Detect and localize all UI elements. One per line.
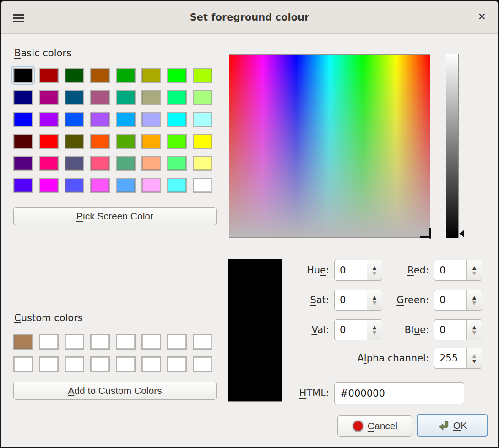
color-swatch[interactable] bbox=[193, 112, 212, 127]
color-swatch[interactable] bbox=[90, 68, 110, 83]
color-swatch[interactable] bbox=[13, 112, 33, 127]
sat-label: Sat: bbox=[257, 290, 329, 311]
color-swatch[interactable] bbox=[39, 68, 59, 83]
color-swatch[interactable] bbox=[141, 90, 161, 105]
color-swatch[interactable] bbox=[116, 134, 136, 149]
color-dialog: Set foreground colour ✕ Basic colors Pic… bbox=[0, 0, 499, 448]
color-swatch[interactable] bbox=[39, 334, 59, 350]
color-swatch[interactable] bbox=[116, 156, 136, 171]
color-swatch[interactable] bbox=[167, 68, 187, 83]
color-swatch[interactable] bbox=[13, 178, 33, 193]
ok-button[interactable]: OK bbox=[417, 414, 488, 437]
color-swatch[interactable] bbox=[90, 178, 110, 193]
red-input[interactable]: 0 bbox=[434, 260, 466, 280]
color-swatch[interactable] bbox=[193, 68, 212, 83]
color-swatch[interactable] bbox=[116, 334, 136, 350]
alpha-spinbox: 255 ▲ ▼ bbox=[434, 348, 482, 369]
color-swatch[interactable] bbox=[13, 334, 33, 350]
cancel-button[interactable]: Cancel bbox=[337, 415, 412, 437]
color-swatch[interactable] bbox=[167, 134, 187, 149]
color-swatch[interactable] bbox=[13, 356, 33, 372]
color-swatch[interactable] bbox=[90, 90, 110, 105]
color-swatch[interactable] bbox=[193, 90, 212, 105]
red-spinbox: 0 ▲ ▼ bbox=[434, 260, 482, 281]
color-swatch[interactable] bbox=[65, 334, 84, 350]
alpha-input[interactable]: 255 bbox=[434, 348, 466, 368]
spin-up-icon[interactable]: ▲ bbox=[472, 295, 476, 300]
color-swatch[interactable] bbox=[13, 134, 33, 149]
color-swatch[interactable] bbox=[39, 134, 59, 149]
color-swatch[interactable] bbox=[65, 134, 84, 149]
color-swatch[interactable] bbox=[13, 68, 33, 83]
color-swatch[interactable] bbox=[116, 90, 136, 105]
add-to-custom-colors-button[interactable]: Add to Custom Colors bbox=[13, 382, 217, 400]
color-swatch[interactable] bbox=[90, 356, 110, 372]
color-swatch[interactable] bbox=[65, 112, 84, 127]
color-swatch[interactable] bbox=[167, 112, 187, 127]
color-swatch[interactable] bbox=[65, 90, 84, 105]
color-swatch[interactable] bbox=[90, 334, 110, 350]
color-swatch[interactable] bbox=[193, 134, 212, 149]
basic-colors-label: Basic colors bbox=[14, 48, 71, 59]
spin-up-icon[interactable]: ▲ bbox=[472, 325, 476, 330]
color-swatch[interactable] bbox=[90, 112, 110, 127]
titlebar: Set foreground colour ✕ bbox=[1, 1, 498, 34]
color-swatch[interactable] bbox=[141, 334, 161, 350]
color-swatch[interactable] bbox=[13, 156, 33, 171]
color-swatch[interactable] bbox=[167, 90, 187, 105]
alpha-label: Alpha channel: bbox=[310, 348, 429, 369]
spin-down-icon[interactable]: ▼ bbox=[472, 300, 476, 306]
close-icon[interactable]: ✕ bbox=[478, 1, 486, 34]
color-swatch[interactable] bbox=[167, 334, 187, 350]
color-swatch[interactable] bbox=[193, 156, 212, 171]
blue-input[interactable]: 0 bbox=[434, 320, 466, 340]
color-swatch[interactable] bbox=[39, 90, 59, 105]
color-swatch[interactable] bbox=[193, 334, 212, 350]
color-swatch[interactable] bbox=[167, 156, 187, 171]
spin-down-icon[interactable]: ▼ bbox=[472, 330, 476, 335]
spin-down-icon[interactable]: ▼ bbox=[472, 271, 476, 276]
color-swatch[interactable] bbox=[141, 178, 161, 193]
value-slider-handle-icon[interactable] bbox=[459, 230, 464, 237]
color-swatch[interactable] bbox=[116, 178, 136, 193]
color-swatch[interactable] bbox=[116, 356, 136, 372]
color-swatch[interactable] bbox=[167, 178, 187, 193]
color-swatch[interactable] bbox=[193, 178, 212, 193]
color-swatch[interactable] bbox=[193, 356, 212, 372]
stop-octagon-icon bbox=[352, 420, 364, 432]
color-swatch[interactable] bbox=[141, 356, 161, 372]
color-swatch[interactable] bbox=[65, 156, 84, 171]
color-swatch[interactable] bbox=[116, 112, 136, 127]
value-slider[interactable] bbox=[446, 54, 459, 238]
color-swatch[interactable] bbox=[167, 356, 187, 372]
html-label: HTML: bbox=[257, 382, 329, 404]
color-swatch[interactable] bbox=[65, 68, 84, 83]
hue-saturation-map[interactable] bbox=[229, 54, 430, 238]
color-swatch[interactable] bbox=[141, 156, 161, 171]
spin-down-icon[interactable]: ▼ bbox=[472, 359, 476, 364]
hue-label: Hue: bbox=[257, 260, 329, 281]
color-swatch[interactable] bbox=[90, 134, 110, 149]
blue-label: Blue: bbox=[353, 319, 429, 340]
color-swatch[interactable] bbox=[39, 356, 59, 372]
green-label: Green: bbox=[353, 290, 429, 311]
spin-up-icon[interactable]: ▲ bbox=[472, 353, 476, 358]
color-swatch[interactable] bbox=[39, 112, 59, 127]
color-swatch[interactable] bbox=[39, 156, 59, 171]
map-crosshair-icon[interactable] bbox=[420, 236, 431, 238]
blue-spinbox: 0 ▲ ▼ bbox=[434, 319, 482, 340]
html-input[interactable] bbox=[334, 382, 464, 404]
color-swatch[interactable] bbox=[141, 112, 161, 127]
color-swatch[interactable] bbox=[141, 68, 161, 83]
color-swatch[interactable] bbox=[65, 178, 84, 193]
color-swatch[interactable] bbox=[90, 156, 110, 171]
color-swatch[interactable] bbox=[141, 134, 161, 149]
green-input[interactable]: 0 bbox=[434, 290, 466, 310]
spin-up-icon[interactable]: ▲ bbox=[472, 265, 476, 270]
color-swatch[interactable] bbox=[116, 68, 136, 83]
pick-screen-color-button[interactable]: Pick Screen Color bbox=[13, 207, 217, 225]
color-swatch[interactable] bbox=[39, 178, 59, 193]
return-arrow-icon bbox=[438, 420, 450, 432]
color-swatch[interactable] bbox=[65, 356, 84, 372]
color-swatch[interactable] bbox=[13, 90, 33, 105]
